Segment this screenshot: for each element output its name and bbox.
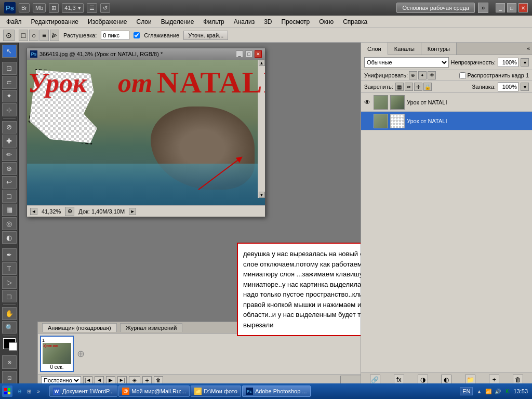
tab-channels[interactable]: Каналы bbox=[388, 43, 421, 55]
rotate-btn[interactable]: ↺ bbox=[100, 3, 110, 13]
menu-analysis[interactable]: Анализ bbox=[230, 17, 259, 26]
minimize-button[interactable]: _ bbox=[496, 3, 505, 12]
clone-tool[interactable]: ⊕ bbox=[2, 162, 17, 175]
eraser-tool[interactable]: ◻ bbox=[2, 190, 17, 203]
move-tool[interactable]: ↖ bbox=[2, 45, 17, 58]
layer-2-thumbnail[interactable] bbox=[390, 114, 405, 128]
panel-collapse-btn[interactable]: « bbox=[525, 43, 532, 55]
menu-help[interactable]: Справка bbox=[339, 17, 371, 26]
lock-move-btn[interactable]: ✛ bbox=[414, 83, 422, 91]
refine-edge-button[interactable]: Уточн. край... bbox=[183, 31, 228, 40]
ie-icon[interactable]: e bbox=[16, 387, 24, 395]
doc-maximize-button[interactable]: □ bbox=[245, 50, 252, 58]
tab-paths[interactable]: Контуры bbox=[421, 43, 457, 55]
status-nav-left[interactable]: ◄ bbox=[30, 208, 37, 215]
rect-select-icon[interactable]: □ bbox=[19, 30, 28, 41]
smooth-checkbox[interactable] bbox=[134, 32, 140, 38]
doc-close-button[interactable]: ✕ bbox=[255, 50, 262, 58]
scroll-down-btn[interactable]: ▼ bbox=[259, 192, 265, 198]
menu-filter[interactable]: Фильтр bbox=[199, 17, 228, 26]
crop-tool[interactable]: ⊹ bbox=[2, 103, 17, 116]
quick-mask-tool[interactable]: ⊗ bbox=[2, 355, 17, 369]
fill-menu-btn[interactable]: ▾ bbox=[521, 83, 529, 91]
ellipse-select-icon[interactable]: ○ bbox=[29, 30, 38, 41]
menu-view[interactable]: Просмотр bbox=[277, 17, 314, 26]
start-button[interactable] bbox=[2, 385, 12, 397]
layer-item-1[interactable]: 👁 Урок от NATALI bbox=[361, 93, 532, 112]
col-select-icon[interactable]: ⫸ bbox=[50, 30, 59, 41]
br-badge[interactable]: Br bbox=[19, 3, 30, 12]
taskbar-icon-3[interactable]: » bbox=[34, 387, 43, 395]
pen-tool[interactable]: ✒ bbox=[2, 248, 17, 261]
layer-1-visibility[interactable]: 👁 bbox=[363, 98, 371, 107]
animation-frame-1[interactable]: 1 Урок от 0 сек. bbox=[40, 336, 74, 372]
gradient-tool[interactable]: ▦ bbox=[2, 204, 17, 217]
language-indicator[interactable]: EN bbox=[460, 387, 473, 395]
unify-style-btn[interactable]: ✦ bbox=[418, 71, 427, 79]
unify-vis-btn[interactable]: 👁 bbox=[428, 71, 436, 79]
row-select-icon[interactable]: ≡ bbox=[39, 30, 49, 41]
quick-select-tool[interactable]: ✦ bbox=[2, 90, 17, 103]
zoom-display[interactable]: 41,3 ▾ bbox=[62, 3, 83, 13]
layer-2-visibility[interactable] bbox=[363, 117, 371, 125]
menu-edit[interactable]: Редактирование bbox=[27, 17, 83, 26]
menu-3d[interactable]: 3D bbox=[260, 17, 276, 26]
close-button[interactable]: ✕ bbox=[518, 3, 528, 12]
zoom-indicator[interactable]: ⊕ bbox=[65, 207, 74, 216]
layer-1-thumbnail[interactable] bbox=[390, 95, 405, 110]
doc-minimize-button[interactable]: _ bbox=[236, 50, 243, 58]
hand-tool[interactable]: ✋ bbox=[2, 307, 17, 320]
taskbar-icon-2[interactable]: ⊞ bbox=[25, 387, 33, 395]
maximize-button[interactable]: □ bbox=[507, 3, 516, 12]
mb-badge[interactable]: Mb bbox=[33, 3, 46, 12]
lock-all-btn[interactable]: 🔒 bbox=[423, 83, 432, 91]
view-toggle[interactable]: ⊞ bbox=[49, 3, 59, 13]
menu-select[interactable]: Выделение bbox=[157, 17, 198, 26]
screen-mode-tool[interactable]: ⊡ bbox=[2, 371, 17, 384]
menu-layers[interactable]: Слои bbox=[132, 17, 156, 26]
menu-window[interactable]: Окно bbox=[315, 17, 338, 26]
history-brush-tool[interactable]: ↩ bbox=[2, 176, 17, 189]
taskbar-word-btn[interactable]: W Документ 1WordP... bbox=[49, 385, 117, 397]
zoom-tool[interactable]: 🔍 bbox=[2, 321, 17, 334]
animation-content: 1 Урок от 0 сек. ⊕ bbox=[38, 334, 361, 374]
view-options[interactable]: ☰ bbox=[87, 3, 97, 13]
opacity-input[interactable] bbox=[498, 58, 518, 67]
layer-2-thumb-inner bbox=[374, 114, 388, 128]
status-nav-right[interactable]: ► bbox=[129, 208, 136, 215]
shape-tool[interactable]: ◻ bbox=[2, 290, 17, 303]
feather-input[interactable] bbox=[101, 31, 129, 40]
opacity-menu-btn[interactable]: ▾ bbox=[521, 58, 529, 66]
dodge-tool[interactable]: ◐ bbox=[2, 231, 17, 244]
taskbar-ps-btn[interactable]: Ps Adobe Photoshop ... bbox=[242, 385, 311, 397]
blend-mode-select[interactable]: Обычные bbox=[364, 57, 449, 68]
path-select-tool[interactable]: ▷ bbox=[2, 276, 17, 289]
extend-button[interactable]: » bbox=[478, 3, 488, 13]
lock-paint-btn[interactable]: ✏ bbox=[405, 83, 413, 91]
anim-tab-frames[interactable]: Анимация (покадровая) bbox=[42, 323, 117, 332]
fill-input[interactable] bbox=[498, 82, 518, 91]
lasso-tool[interactable]: ⊂ bbox=[2, 76, 17, 89]
foreground-color[interactable] bbox=[3, 338, 16, 349]
brush-tool[interactable]: ✏ bbox=[2, 149, 17, 162]
layer-item-2[interactable]: Урок от NATALI bbox=[361, 112, 532, 130]
taskbar-right: EN ▲ 📶 🔊 K 13:53 bbox=[458, 387, 530, 395]
workspace-button[interactable]: Основная рабочая среда bbox=[396, 3, 475, 13]
spot-heal-tool[interactable]: ✚ bbox=[2, 135, 17, 148]
options-bar: ⊙ □ ○ ≡ ⫸ Растушевка: Сглаживание Уточн.… bbox=[0, 28, 532, 43]
unify-pos-btn[interactable]: ⊕ bbox=[409, 71, 417, 79]
blur-tool[interactable]: ◎ bbox=[2, 217, 17, 230]
tab-layers[interactable]: Слои bbox=[361, 43, 388, 55]
eyedropper-tool[interactable]: ⊘ bbox=[2, 121, 17, 134]
lasso-tool-icon[interactable]: ⊙ bbox=[3, 30, 15, 41]
menu-image[interactable]: Изображение bbox=[84, 17, 131, 26]
taskbar-mail-btn[interactable]: @ Мой мир@Mail.Ru:... bbox=[118, 385, 190, 397]
propagate-checkbox[interactable] bbox=[459, 72, 466, 79]
arrow-svg bbox=[193, 153, 245, 195]
taskbar-folder-btn[interactable]: 📁 D:\Мои фото bbox=[191, 385, 241, 397]
menu-file[interactable]: Файл bbox=[2, 17, 26, 26]
lock-transparent-btn[interactable]: ▦ bbox=[395, 83, 404, 91]
type-tool[interactable]: T bbox=[2, 262, 17, 275]
anim-tab-measurements[interactable]: Журнал измерений bbox=[120, 323, 183, 332]
marquee-tool[interactable]: ⊡ bbox=[2, 62, 17, 75]
